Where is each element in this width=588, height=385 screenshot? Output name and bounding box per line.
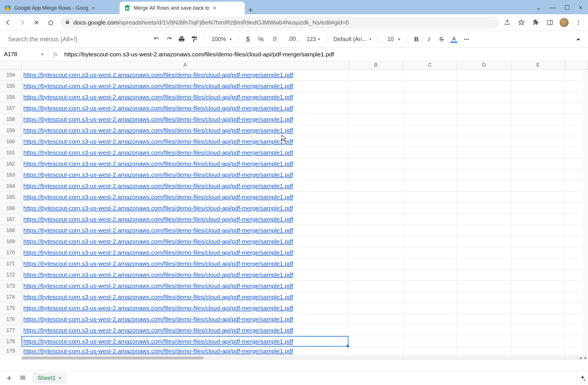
cell[interactable] xyxy=(349,69,403,80)
cell[interactable] xyxy=(403,347,457,355)
cell[interactable] xyxy=(349,103,403,114)
cell[interactable] xyxy=(403,225,457,236)
strikethrough-button[interactable]: S xyxy=(436,34,447,44)
cell[interactable] xyxy=(403,236,457,247)
row-header[interactable]: 174 xyxy=(0,292,22,302)
row-header[interactable]: 159 xyxy=(0,125,22,136)
cell[interactable] xyxy=(349,236,403,247)
cell[interactable] xyxy=(511,214,565,225)
home-button[interactable] xyxy=(46,17,56,28)
sidepanel-icon[interactable] xyxy=(545,18,554,27)
bold-button[interactable]: B xyxy=(411,34,422,44)
cell[interactable]: https://bytescout-com.s3-us-west-2.amazo… xyxy=(22,169,349,180)
avatar[interactable] xyxy=(560,18,569,27)
more-toolbar-button[interactable] xyxy=(461,34,472,44)
cell[interactable] xyxy=(349,114,403,125)
cell[interactable] xyxy=(403,114,457,125)
cell[interactable] xyxy=(349,325,403,336)
cell[interactable] xyxy=(457,81,511,91)
cell[interactable] xyxy=(349,336,403,347)
cell[interactable]: https://bytescout-com.s3-us-west-2.amazo… xyxy=(22,103,349,114)
row-header[interactable]: 158 xyxy=(0,114,22,125)
row-header[interactable]: 170 xyxy=(0,247,22,258)
cell[interactable] xyxy=(403,181,457,191)
column-header[interactable]: B xyxy=(349,61,403,69)
cell[interactable] xyxy=(403,158,457,169)
cell[interactable] xyxy=(349,314,403,325)
menu-search[interactable] xyxy=(5,34,96,45)
row-header[interactable]: 156 xyxy=(0,92,22,103)
cell[interactable]: https://bytescout-com.s3-us-west-2.amazo… xyxy=(22,214,349,225)
row-header[interactable]: 162 xyxy=(0,158,22,169)
formula-bar[interactable]: https://bytescout-com.s3-us-west-2.amazo… xyxy=(63,51,588,58)
cell[interactable] xyxy=(349,214,403,225)
cell[interactable] xyxy=(457,247,511,258)
row-header[interactable]: 173 xyxy=(0,280,22,291)
cell[interactable] xyxy=(349,136,403,147)
cell[interactable] xyxy=(511,203,565,214)
bookmark-icon[interactable] xyxy=(517,18,526,27)
row-header[interactable]: 171 xyxy=(0,258,22,269)
row-header[interactable]: 167 xyxy=(0,214,22,225)
cell[interactable] xyxy=(511,225,565,236)
cell[interactable] xyxy=(403,103,457,114)
maximize-button[interactable]: ☐ xyxy=(564,4,570,11)
cell[interactable]: https://bytescout-com.s3-us-west-2.amazo… xyxy=(22,125,349,136)
cell[interactable] xyxy=(457,292,511,302)
cell[interactable] xyxy=(511,280,565,291)
cell[interactable] xyxy=(457,114,511,125)
cell[interactable]: https://bytescout-com.s3-us-west-2.amazo… xyxy=(22,92,349,103)
cell[interactable] xyxy=(457,325,511,336)
font-size-dropdown[interactable]: 10▼ xyxy=(383,36,403,42)
cell[interactable] xyxy=(511,125,565,136)
cell[interactable] xyxy=(511,158,565,169)
paint-format-button[interactable] xyxy=(189,34,199,44)
cell[interactable] xyxy=(511,303,565,314)
row-header[interactable]: 177 xyxy=(0,325,22,336)
row-header[interactable]: 155 xyxy=(0,81,22,91)
minimize-button[interactable]: — xyxy=(550,4,556,11)
row-header[interactable]: 168 xyxy=(0,225,22,236)
cell[interactable] xyxy=(511,258,565,269)
cell[interactable]: https://bytescout-com.s3-us-west-2.amazo… xyxy=(22,81,349,91)
cell[interactable] xyxy=(403,169,457,180)
cell[interactable]: https://bytescout-com.s3-us-west-2.amazo… xyxy=(22,314,349,325)
cell[interactable] xyxy=(457,92,511,103)
row-header[interactable]: 166 xyxy=(0,203,22,214)
cell[interactable]: https://bytescout-com.s3-us-west-2.amazo… xyxy=(22,136,349,147)
cell[interactable] xyxy=(511,181,565,191)
cell[interactable] xyxy=(403,247,457,258)
cell[interactable] xyxy=(511,247,565,258)
column-header[interactable] xyxy=(565,61,588,69)
cell[interactable]: https://bytescout-com.s3-us-west-2.amazo… xyxy=(22,303,349,314)
name-box[interactable]: A178 ▼ xyxy=(0,48,48,61)
undo-button[interactable] xyxy=(151,34,162,44)
cell[interactable] xyxy=(457,192,511,202)
cell[interactable]: https://bytescout-com.s3-us-west-2.amazo… xyxy=(22,236,349,247)
cell[interactable] xyxy=(457,336,511,347)
close-icon[interactable]: × xyxy=(92,5,95,11)
forward-button[interactable] xyxy=(17,17,27,28)
cell[interactable] xyxy=(511,292,565,302)
chrome-menu-icon[interactable] xyxy=(574,18,583,27)
cell[interactable] xyxy=(457,269,511,280)
column-header[interactable]: C xyxy=(403,61,457,69)
italic-button[interactable]: I xyxy=(424,34,434,44)
spreadsheet-grid[interactable]: 154https://bytescout-com.s3-us-west-2.am… xyxy=(0,69,588,360)
cell[interactable]: https://bytescout-com.s3-us-west-2.amazo… xyxy=(22,247,349,258)
cell[interactable] xyxy=(349,258,403,269)
cell[interactable]: https://bytescout-com.s3-us-west-2.amazo… xyxy=(22,225,349,236)
close-button[interactable]: × xyxy=(579,4,582,11)
cell[interactable] xyxy=(457,258,511,269)
cell[interactable] xyxy=(457,203,511,214)
cell[interactable] xyxy=(511,69,565,80)
cell[interactable] xyxy=(457,147,511,158)
cell[interactable] xyxy=(457,225,511,236)
cell[interactable] xyxy=(403,136,457,147)
cell[interactable] xyxy=(403,269,457,280)
cell[interactable] xyxy=(349,269,403,280)
cell[interactable] xyxy=(457,103,511,114)
cell[interactable] xyxy=(457,136,511,147)
cell[interactable]: https://bytescout-com.s3-us-west-2.amazo… xyxy=(22,325,349,336)
extensions-icon[interactable] xyxy=(531,18,540,27)
